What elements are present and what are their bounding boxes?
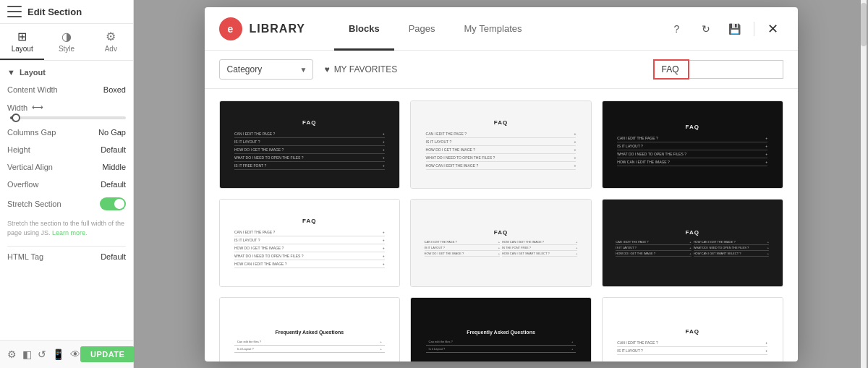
sync-icon[interactable]: ↻ bbox=[696, 19, 716, 39]
stretch-toggle[interactable] bbox=[100, 197, 126, 210]
advanced-tab-label: Adv bbox=[105, 45, 117, 53]
settings-icon[interactable]: ⚙ bbox=[7, 348, 17, 360]
faq-preview: FAQ CAN I EDIT THE PAGE ?+ IS IT LAYOUT … bbox=[229, 212, 391, 274]
faq-row: WHAT DO I NEED TO OPEN THE FILES ?+ bbox=[694, 245, 769, 251]
tab-advanced[interactable]: ⚙ Adv bbox=[89, 24, 133, 60]
faq-row: WHAT DO I NEED TO OPEN THE FILES ?+ bbox=[234, 252, 385, 260]
faq-row: IN THE FONT FREE ?+ bbox=[502, 245, 577, 251]
style-tab-icon: ◑ bbox=[61, 30, 72, 43]
faq-preview: FAQ CAN I EDIT THE PAGE ?+ IS IT LAYOUT … bbox=[611, 322, 773, 361]
panel-title: Edit Section bbox=[27, 7, 82, 17]
template-card[interactable]: FAQ CAN I EDIT THE PAGE ?+ IS IT LAYOUT … bbox=[219, 100, 401, 189]
template-card[interactable]: FAQ CAN I EDIT THE PAGE ?+ IS IT LAYOUT … bbox=[219, 199, 401, 287]
tab-my-templates[interactable]: My Templates bbox=[450, 8, 537, 51]
responsive-icon[interactable]: 📱 bbox=[52, 348, 64, 360]
vertical-align-row: Vertical Align Middle bbox=[7, 163, 126, 171]
content-width-value: Boxed bbox=[103, 85, 126, 94]
faq-row: Can edit the files ?+ bbox=[234, 338, 385, 346]
template-card[interactable]: Frequently Asked Questions Can edit the … bbox=[219, 297, 401, 361]
tab-pages-label: Pages bbox=[409, 23, 435, 34]
overflow-value: Default bbox=[101, 180, 126, 189]
tab-my-templates-label: My Templates bbox=[464, 23, 522, 34]
faq-preview: FAQ CAN I EDIT THE PAGE ?+ IS IT LAYOUT … bbox=[229, 114, 391, 176]
eye-icon[interactable]: 👁 bbox=[70, 348, 80, 360]
stretch-learn-more-link[interactable]: Learn more. bbox=[52, 229, 88, 236]
modal-header: e LIBRARY Blocks Pages My Templates ? bbox=[205, 7, 798, 51]
tab-blocks-label: Blocks bbox=[349, 23, 380, 34]
chevron-down-icon: ▼ bbox=[7, 68, 15, 77]
vertical-align-label: Vertical Align bbox=[7, 163, 53, 171]
category-select[interactable]: Category bbox=[219, 59, 313, 80]
faq-row: Is it Layout ?+ bbox=[234, 346, 385, 353]
width-slider-container: Width ⟷ bbox=[7, 103, 126, 119]
columns-gap-value: No Gap bbox=[98, 128, 126, 137]
faq-row: HOW DO I GET THE IMAGE ?+ bbox=[425, 251, 500, 257]
tab-layout[interactable]: ⊞ Layout bbox=[0, 24, 44, 60]
faq-row: IS IT LAYOUT ?+ bbox=[234, 138, 385, 146]
save-icon[interactable]: 💾 bbox=[725, 19, 745, 39]
content-width-row: Content Width Boxed bbox=[7, 85, 126, 94]
faq-row: HOW DO I GET THE IMAGE ?+ bbox=[234, 244, 385, 252]
template-card[interactable]: FAQ CAN I EDIT THE PAGE ?+ IS IT LAYOUT … bbox=[602, 297, 783, 361]
width-slider-track[interactable] bbox=[10, 116, 126, 119]
html-tag-value: Default bbox=[101, 252, 126, 261]
search-input-full[interactable] bbox=[689, 60, 783, 79]
faq-preview: Frequently Asked Questions Can edit the … bbox=[420, 324, 582, 359]
faq-row: IS IT LAYOUT ?+ bbox=[426, 138, 576, 146]
template-card[interactable]: FAQ CAN I EDIT THE PAGE ?+ IS IT LAYOUT … bbox=[410, 199, 592, 287]
logo-text: e bbox=[228, 23, 234, 35]
left-header: Edit Section bbox=[0, 0, 133, 24]
tab-blocks[interactable]: Blocks bbox=[334, 8, 394, 51]
columns-gap-row: Columns Gap No Gap bbox=[7, 128, 126, 137]
tab-pages[interactable]: Pages bbox=[394, 8, 450, 51]
faq-row: HOW CAN I GET SMART SELECT ?+ bbox=[694, 251, 769, 257]
template-preview: FAQ CAN I EDIT THE PAGE ?+ IS IT LAYOUT … bbox=[603, 298, 783, 361]
overflow-row: Overflow Default bbox=[7, 180, 126, 189]
help-icon[interactable]: ? bbox=[667, 19, 687, 39]
left-tabs: ⊞ Layout ◑ Style ⚙ Adv bbox=[0, 24, 133, 61]
faq-row: CAN I EDIT THE PAGE ?+ bbox=[234, 228, 385, 236]
faq-row: CAN I EDIT THE PAGE ?+ bbox=[234, 130, 385, 138]
width-icon: ⟷ bbox=[32, 103, 43, 112]
history-icon[interactable]: ↺ bbox=[38, 348, 46, 360]
columns-gap-label: Columns Gap bbox=[7, 128, 56, 137]
faq-row: CAN I EDIT THE PAGE ?+ bbox=[426, 130, 576, 138]
width-label: Width bbox=[7, 103, 27, 112]
advanced-tab-icon: ⚙ bbox=[106, 30, 116, 43]
faq-two-col: CAN I EDIT THE PAGE ?+ IS IT LAYOUT ?+ H… bbox=[616, 239, 769, 257]
layout-section-header[interactable]: ▼ Layout bbox=[7, 68, 126, 77]
menu-icon[interactable] bbox=[7, 6, 22, 17]
left-panel: Edit Section ⊞ Layout ◑ Style ⚙ Adv ▼ La… bbox=[0, 0, 134, 368]
slider-thumb[interactable] bbox=[12, 114, 20, 122]
faq-row: WHAT DO I NEED TO OPEN THE FILES ?+ bbox=[617, 150, 767, 158]
main-area: e LIBRARY Blocks Pages My Templates ? bbox=[134, 0, 868, 368]
template-card[interactable]: FAQ CAN I EDIT THE PAGE ?+ IS IT LAYOUT … bbox=[602, 100, 783, 189]
template-card[interactable]: FAQ CAN I EDIT THE PAGE ?+ IS IT LAYOUT … bbox=[602, 199, 783, 287]
favorites-button[interactable]: ♥ MY FAVORITES bbox=[325, 64, 398, 74]
layout-section-label: Layout bbox=[20, 68, 46, 77]
template-preview: FAQ CAN I EDIT THE PAGE ?+ IS IT LAYOUT … bbox=[603, 101, 783, 188]
faq-preview-title: FAQ bbox=[425, 229, 578, 236]
height-row: Height Default bbox=[7, 145, 126, 154]
faq-row: IS IT LAYOUT ?+ bbox=[617, 142, 767, 150]
modal-body: FAQ CAN I EDIT THE PAGE ?+ IS IT LAYOUT … bbox=[205, 89, 798, 361]
faq-row: IS IT FREE FONT ?+ bbox=[234, 162, 385, 170]
close-button[interactable]: ✕ bbox=[763, 19, 783, 39]
library-title: LIBRARY bbox=[250, 22, 306, 35]
library-modal: e LIBRARY Blocks Pages My Templates ? bbox=[205, 7, 798, 361]
template-card[interactable]: FAQ CAN I EDIT THE PAGE ?+ IS IT LAYOUT … bbox=[410, 100, 592, 189]
faq-preview: FAQ CAN I EDIT THE PAGE ?+ IS IT LAYOUT … bbox=[611, 118, 773, 172]
faq-preview-title: FAQ bbox=[234, 218, 385, 224]
content-width-label: Content Width bbox=[7, 85, 58, 94]
template-card[interactable]: Frequently Asked Questions Can edit the … bbox=[410, 297, 592, 361]
faq-preview-title: FAQ bbox=[616, 229, 769, 236]
tab-style[interactable]: ◑ Style bbox=[44, 24, 88, 60]
search-input-short[interactable] bbox=[653, 59, 689, 80]
update-button[interactable]: UPDATE bbox=[80, 346, 135, 362]
elementor-logo: e bbox=[219, 17, 242, 40]
layers-icon[interactable]: ◧ bbox=[22, 348, 32, 360]
modal-filters: Category ▼ ♥ MY FAVORITES bbox=[205, 51, 798, 89]
divider bbox=[7, 246, 126, 247]
stretch-desc: Stretch the section to the full width of… bbox=[7, 219, 126, 237]
faq-preview-title: Frequently Asked Questions bbox=[426, 330, 576, 335]
